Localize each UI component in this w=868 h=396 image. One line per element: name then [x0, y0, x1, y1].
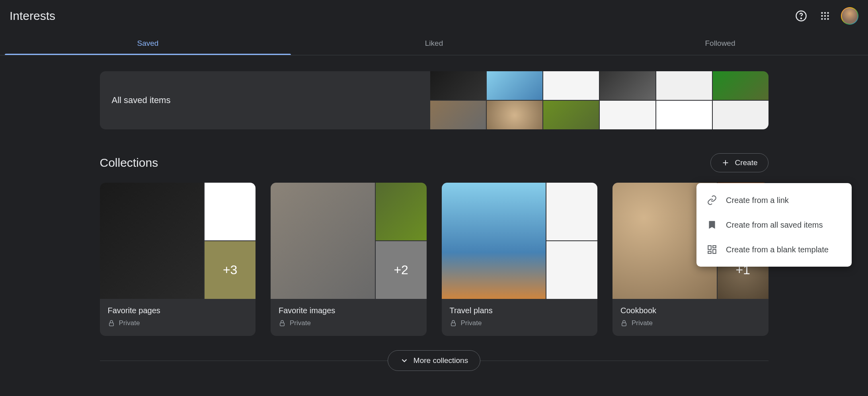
thumbnail	[487, 101, 542, 129]
tabs: Saved Liked Followed	[0, 32, 868, 55]
thumbnail	[376, 183, 427, 240]
thumbnail	[600, 101, 655, 129]
lock-icon	[450, 320, 457, 327]
lock-icon	[620, 320, 628, 327]
card-privacy: Private	[108, 319, 248, 327]
svg-rect-13	[109, 323, 113, 326]
svg-rect-20	[708, 251, 711, 253]
svg-point-5	[821, 15, 823, 17]
svg-rect-16	[622, 323, 626, 326]
svg-rect-18	[713, 246, 716, 248]
header-actions	[793, 7, 858, 25]
create-button[interactable]: Create	[710, 153, 768, 172]
more-collections-button[interactable]: More collections	[388, 350, 480, 371]
svg-point-10	[827, 18, 829, 20]
card-title: Cookbook	[620, 306, 761, 315]
card-info: Travel plans Private	[442, 299, 598, 336]
thumbnail	[713, 71, 769, 100]
more-collections-row: More collections	[100, 350, 769, 371]
card-info: Cookbook Private	[612, 299, 769, 336]
svg-point-1	[801, 18, 802, 19]
content: All saved items Collections Create	[100, 55, 769, 387]
thumbnail	[656, 71, 712, 100]
card-info: Favorite pages Private	[100, 299, 256, 336]
page-title: Interests	[10, 9, 55, 23]
menu-label: Create from all saved items	[726, 220, 823, 230]
all-saved-thumbnails	[430, 71, 769, 129]
thumbnail	[430, 101, 486, 129]
card-mosaic: +3	[100, 183, 256, 299]
svg-rect-14	[280, 323, 285, 326]
privacy-label: Private	[119, 319, 140, 327]
thumbnail	[656, 101, 712, 129]
collections-header: Collections Create	[100, 153, 769, 172]
create-dropdown: Create from a link Create from all saved…	[696, 183, 852, 267]
thumbnail-overflow: +3	[205, 241, 256, 299]
card-title: Favorite pages	[108, 306, 248, 315]
svg-point-2	[821, 12, 823, 14]
tab-followed[interactable]: Followed	[577, 32, 863, 55]
collection-card-favorite-pages[interactable]: +3 Favorite pages Private	[100, 183, 256, 336]
thumbnail	[543, 101, 599, 129]
thumbnail	[543, 71, 599, 100]
create-label: Create	[735, 158, 757, 167]
svg-rect-19	[713, 250, 716, 254]
svg-point-6	[824, 15, 826, 17]
thumbnail-stack: +3	[205, 183, 256, 299]
svg-point-3	[824, 12, 826, 14]
privacy-label: Private	[290, 319, 311, 327]
all-saved-label: All saved items	[100, 95, 430, 105]
bookmark-icon	[707, 220, 717, 230]
thumbnail-overflow: +2	[376, 241, 427, 299]
thumbnail	[487, 71, 542, 100]
lock-icon	[279, 320, 286, 327]
thumbnail	[713, 101, 769, 129]
thumbnail	[600, 71, 655, 100]
collections-title: Collections	[100, 156, 158, 170]
card-privacy: Private	[620, 319, 761, 327]
link-icon	[707, 195, 717, 205]
svg-point-8	[821, 18, 823, 20]
create-from-blank[interactable]: Create from a blank template	[696, 237, 852, 262]
create-from-link[interactable]: Create from a link	[696, 188, 852, 213]
thumbnail	[205, 183, 256, 240]
all-saved-items-card[interactable]: All saved items	[100, 71, 769, 129]
avatar-image	[842, 8, 858, 24]
card-title: Travel plans	[450, 306, 590, 315]
card-privacy: Private	[279, 319, 419, 327]
apps-icon	[820, 11, 830, 21]
apps-button[interactable]	[817, 8, 833, 24]
privacy-label: Private	[632, 319, 653, 327]
plus-icon	[721, 158, 730, 167]
collection-card-travel-plans[interactable]: Travel plans Private	[442, 183, 598, 336]
help-button[interactable]	[793, 8, 809, 24]
privacy-label: Private	[461, 319, 482, 327]
thumbnail	[271, 183, 375, 299]
card-privacy: Private	[450, 319, 590, 327]
thumbnail-stack: +2	[376, 183, 427, 299]
thumbnail	[442, 183, 546, 299]
tab-saved[interactable]: Saved	[5, 32, 291, 55]
collections-row: +3 Favorite pages Private +2 Favori	[100, 183, 769, 336]
account-avatar[interactable]	[841, 7, 858, 25]
chevron-down-icon	[400, 356, 409, 365]
thumbnail	[546, 241, 597, 299]
menu-label: Create from a link	[726, 196, 789, 205]
svg-point-9	[824, 18, 826, 20]
help-icon	[795, 10, 807, 22]
collection-card-favorite-images[interactable]: +2 Favorite images Private	[271, 183, 427, 336]
lock-icon	[108, 320, 115, 327]
menu-label: Create from a blank template	[726, 245, 829, 254]
thumbnail	[100, 183, 204, 299]
create-from-saved[interactable]: Create from all saved items	[696, 213, 852, 237]
svg-point-7	[827, 15, 829, 17]
card-info: Favorite images Private	[271, 299, 427, 336]
card-mosaic	[442, 183, 598, 299]
svg-rect-17	[708, 246, 711, 250]
card-title: Favorite images	[279, 306, 419, 315]
thumbnail	[546, 183, 597, 240]
tab-liked[interactable]: Liked	[291, 32, 577, 55]
thumbnail	[430, 71, 486, 100]
card-mosaic: +2	[271, 183, 427, 299]
thumbnail-stack	[546, 183, 597, 299]
